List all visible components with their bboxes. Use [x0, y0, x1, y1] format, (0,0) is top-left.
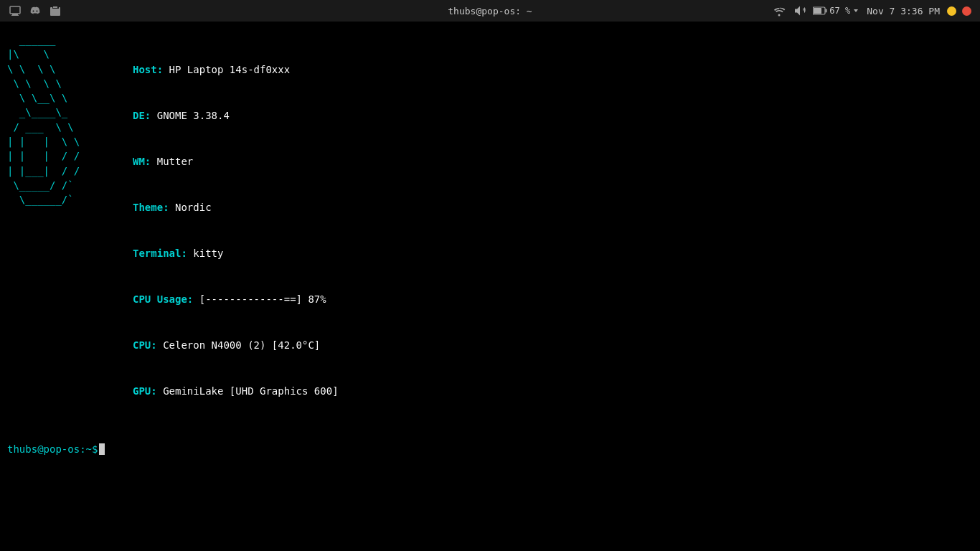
- system-info-panel: Host: HP Laptop 14s-df0xxx DE: GNOME 3.3…: [133, 32, 339, 430]
- cpu-usage-value: [-------------==] 87%: [193, 293, 326, 305]
- battery-dropdown-icon[interactable]: [852, 7, 859, 14]
- gpu-value: GeminiLake [UHD Graphics 600]: [157, 385, 339, 397]
- datetime: Nov 7 3:36 PM: [867, 6, 940, 17]
- cpu-usage-label: CPU Usage:: [133, 293, 193, 305]
- gpu-label: GPU:: [133, 385, 157, 397]
- topbar-right: 67 % Nov 7 3:36 PM: [773, 4, 971, 17]
- topbar-left: [9, 4, 62, 17]
- topbar-title: thubs@pop-os: ~: [448, 6, 532, 17]
- svg-rect-5: [814, 8, 821, 14]
- de-value: GNOME 3.38.4: [151, 110, 230, 121]
- de-line: DE: GNOME 3.38.4: [133, 108, 339, 123]
- host-value: HP Laptop 14s-df0xxx: [163, 64, 290, 75]
- terminal-label: Terminal:: [133, 248, 187, 259]
- host-label: Host:: [133, 64, 163, 75]
- theme-label: Theme:: [133, 202, 169, 213]
- terminal-line: Terminal: kitty: [133, 246, 339, 261]
- clipboard-icon[interactable]: [49, 4, 62, 17]
- wifi-icon: [773, 4, 786, 17]
- svg-rect-2: [11, 15, 19, 16]
- wm-label: WM:: [133, 156, 151, 167]
- volume-icon: [793, 4, 806, 17]
- wm-line: WM: Mutter: [133, 154, 339, 169]
- window-title: thubs@pop-os: ~: [448, 6, 532, 17]
- window-controls: [947, 6, 971, 16]
- battery-icon: 67 %: [813, 6, 859, 16]
- discord-icon[interactable]: [29, 4, 42, 17]
- cpu-line: CPU: Celeron N4000 (2) [42.0°C]: [133, 338, 339, 353]
- ascii-art-logo: ______ |\ \ \ \ \ \ \ \ \ \ \ \__\ \ _\_…: [7, 32, 118, 430]
- cursor: [99, 443, 105, 455]
- host-line: Host: HP Laptop 14s-df0xxx: [133, 62, 339, 77]
- svg-rect-0: [10, 6, 20, 14]
- close-button[interactable]: [962, 6, 971, 16]
- theme-line: Theme: Nordic: [133, 200, 339, 215]
- cpu-label: CPU:: [133, 339, 157, 351]
- terminal-window: ______ |\ \ \ \ \ \ \ \ \ \ \ \__\ \ _\_…: [0, 22, 980, 441]
- battery-percent: 67 %: [829, 6, 850, 16]
- command-prompt[interactable]: thubs@pop-os:~$: [0, 441, 980, 458]
- gpu-line: GPU: GeminiLake [UHD Graphics 600]: [133, 384, 339, 399]
- cpu-value: Celeron N4000 (2) [42.0°C]: [157, 339, 321, 351]
- svg-rect-1: [12, 14, 18, 15]
- minimize-button[interactable]: [947, 6, 956, 16]
- cpu-usage-line: CPU Usage: [-------------==] 87%: [133, 292, 339, 307]
- svg-rect-4: [826, 9, 827, 13]
- prompt-text: thubs@pop-os:~$: [7, 443, 98, 455]
- terminal-value: kitty: [187, 248, 224, 259]
- de-label: DE:: [133, 110, 151, 121]
- screenshot-icon[interactable]: [9, 4, 22, 17]
- theme-value: Nordic: [169, 202, 212, 213]
- topbar: thubs@pop-os: ~ 67 % No: [0, 0, 980, 22]
- wm-value: Mutter: [151, 156, 193, 167]
